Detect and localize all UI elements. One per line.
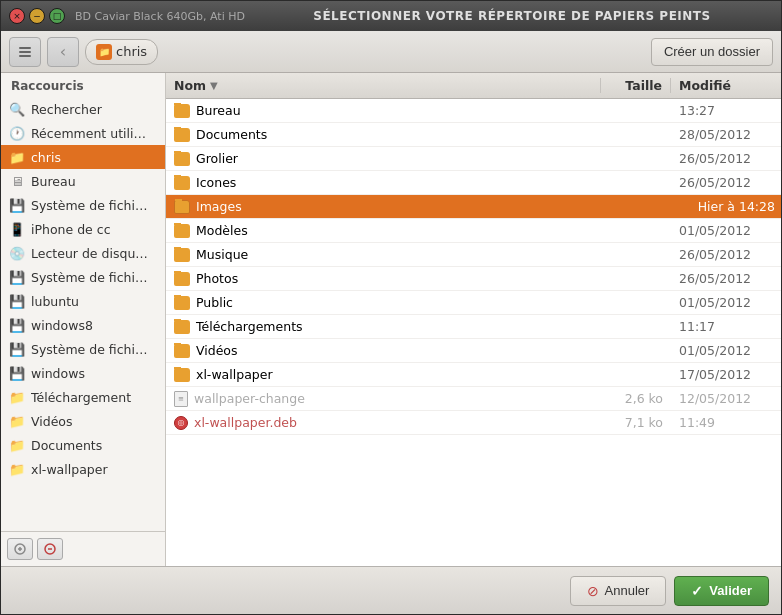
file-row-telechargements[interactable]: Téléchargements 11:17: [166, 315, 781, 339]
drive5-icon: 💾: [9, 342, 25, 357]
sort-arrow-icon: ▼: [210, 80, 218, 91]
folder-icon: [174, 344, 190, 358]
doc-icon: 📁: [9, 438, 25, 453]
sidebar-item-windows8[interactable]: 💾 windows8: [1, 313, 165, 337]
file-row-grolier[interactable]: Grolier 26/05/2012: [166, 147, 781, 171]
sidebar-item-bureau[interactable]: 🖥 Bureau: [1, 169, 165, 193]
sidebar-item-systeme2[interactable]: 💾 Système de fichi…: [1, 265, 165, 289]
sidebar-label-systeme2: Système de fichi…: [31, 270, 148, 285]
sidebar-item-lubuntu[interactable]: 💾 lubuntu: [1, 289, 165, 313]
sidebar-item-recemment[interactable]: 🕐 Récemment utili…: [1, 121, 165, 145]
tools-button[interactable]: [9, 37, 41, 67]
close-button[interactable]: ×: [9, 8, 25, 24]
window-title: SÉLECTIONNER VOTRE RÉPERTOIRE DE PAPIERS…: [251, 9, 773, 23]
sidebar-item-windows[interactable]: 💾 windows: [1, 361, 165, 385]
sidebar-label-lecteur: Lecteur de disqu…: [31, 246, 148, 261]
drive3-icon: 💾: [9, 294, 25, 309]
folder-icon: [174, 176, 190, 190]
sidebar-label-chris: chris: [31, 150, 61, 165]
footer: ⊘ Annuler ✓ Valider: [1, 566, 781, 614]
sidebar-label-systeme1: Système de fichi…: [31, 198, 148, 213]
file-row-images[interactable]: Images Hier à 14:28: [166, 195, 781, 219]
search-icon: 🔍: [9, 102, 25, 117]
maximize-button[interactable]: □: [49, 8, 65, 24]
file-modified-bureau: 13:27: [671, 103, 781, 118]
file-name-images: Images: [166, 199, 601, 214]
svg-rect-1: [19, 51, 31, 53]
sidebar-item-systeme3[interactable]: 💾 Système de fichi…: [1, 337, 165, 361]
file-name-bureau: Bureau: [166, 103, 601, 118]
file-modified-xlwallpaper: 17/05/2012: [671, 367, 781, 382]
file-modified-xlwallpaper-deb: 11:49: [671, 415, 781, 430]
file-name-wallpaper-change: ≡ wallpaper-change: [166, 391, 601, 407]
sidebar-label-windows: windows: [31, 366, 85, 381]
ok-button[interactable]: ✓ Valider: [674, 576, 769, 606]
column-modified[interactable]: Modifié: [671, 78, 781, 93]
folder-special-icon: [174, 200, 190, 214]
column-size[interactable]: Taille: [601, 78, 671, 93]
file-row-xlwallpaper[interactable]: xl-wallpaper 17/05/2012: [166, 363, 781, 387]
file-row-wallpaper-change[interactable]: ≡ wallpaper-change 2,6 ko 12/05/2012: [166, 387, 781, 411]
sidebar-item-telechargement[interactable]: 📁 Téléchargement: [1, 385, 165, 409]
column-name[interactable]: Nom ▼: [166, 78, 601, 93]
folder-icon: [174, 248, 190, 262]
sidebar-label-documents: Documents: [31, 438, 102, 453]
sidebar-item-xlwallpaper[interactable]: 📁 xl-wallpaper: [1, 457, 165, 481]
titlebar: × − □ BD Caviar Black 640Gb, Ati HD SÉLE…: [1, 1, 781, 31]
sidebar-remove-button[interactable]: [37, 538, 63, 560]
file-name-grolier: Grolier: [166, 151, 601, 166]
file-modified-musique: 26/05/2012: [671, 247, 781, 262]
file-name-xlwallpaper-deb: ◎ xl-wallpaper.deb: [166, 415, 601, 430]
create-folder-button[interactable]: Créer un dossier: [651, 38, 773, 66]
file-row-xlwallpaper-deb[interactable]: ◎ xl-wallpaper.deb 7,1 ko 11:49: [166, 411, 781, 435]
file-name-telechargements: Téléchargements: [166, 319, 601, 334]
file-modified-telechargements: 11:17: [671, 319, 781, 334]
file-row-icones[interactable]: Icones 26/05/2012: [166, 171, 781, 195]
sidebar-label-lubuntu: lubuntu: [31, 294, 79, 309]
sidebar-item-documents[interactable]: 📁 Documents: [1, 433, 165, 457]
file-row-documents[interactable]: Documents 28/05/2012: [166, 123, 781, 147]
file-name-icones: Icones: [166, 175, 601, 190]
folder-icon: 📁: [96, 44, 112, 60]
file-name-videos: Vidéos: [166, 343, 601, 358]
file-name-photos: Photos: [166, 271, 601, 286]
document-icon: ≡: [174, 391, 188, 407]
file-size-wallpaper-change: 2,6 ko: [601, 391, 671, 406]
file-row-public[interactable]: Public 01/05/2012: [166, 291, 781, 315]
file-row-photos[interactable]: Photos 26/05/2012: [166, 267, 781, 291]
sidebar-item-iphone[interactable]: 📱 iPhone de cc: [1, 217, 165, 241]
phone-icon: 📱: [9, 222, 25, 237]
file-modified-modeles: 01/05/2012: [671, 223, 781, 238]
ok-icon: ✓: [691, 583, 703, 599]
sidebar-item-systeme1[interactable]: 💾 Système de fichi…: [1, 193, 165, 217]
svg-rect-0: [19, 47, 31, 49]
file-row-modeles[interactable]: Modèles 01/05/2012: [166, 219, 781, 243]
sidebar-add-button[interactable]: [7, 538, 33, 560]
folder-icon: [174, 224, 190, 238]
sidebar-label-bureau: Bureau: [31, 174, 76, 189]
minimize-button[interactable]: −: [29, 8, 45, 24]
file-list: Bureau 13:27 Documents 28/05/2012: [166, 99, 781, 566]
sidebar-label-videos: Vidéos: [31, 414, 73, 429]
file-row-musique[interactable]: Musique 26/05/2012: [166, 243, 781, 267]
file-row-videos[interactable]: Vidéos 01/05/2012: [166, 339, 781, 363]
back-button[interactable]: ‹: [47, 37, 79, 67]
breadcrumb-chris[interactable]: 📁 chris: [85, 39, 158, 65]
file-size-xlwallpaper-deb: 7,1 ko: [601, 415, 671, 430]
sidebar-item-chris[interactable]: 📁 chris: [1, 145, 165, 169]
folder-icon: [174, 128, 190, 142]
main-window: × − □ BD Caviar Black 640Gb, Ati HD SÉLE…: [0, 0, 782, 615]
sidebar-item-lecteur[interactable]: 💿 Lecteur de disqu…: [1, 241, 165, 265]
file-name-documents: Documents: [166, 127, 601, 142]
folder-icon: [174, 272, 190, 286]
add-bookmark-icon: [14, 543, 26, 555]
sidebar-item-rechercher[interactable]: 🔍 Rechercher: [1, 97, 165, 121]
sidebar-item-videos[interactable]: 📁 Vidéos: [1, 409, 165, 433]
file-row-bureau[interactable]: Bureau 13:27: [166, 99, 781, 123]
sidebar-bottom: [1, 531, 165, 566]
folder-icon: [174, 104, 190, 118]
sidebar-label-iphone: iPhone de cc: [31, 222, 111, 237]
cancel-button[interactable]: ⊘ Annuler: [570, 576, 667, 606]
folder-icon: [174, 368, 190, 382]
drive2-icon: 💾: [9, 270, 25, 285]
